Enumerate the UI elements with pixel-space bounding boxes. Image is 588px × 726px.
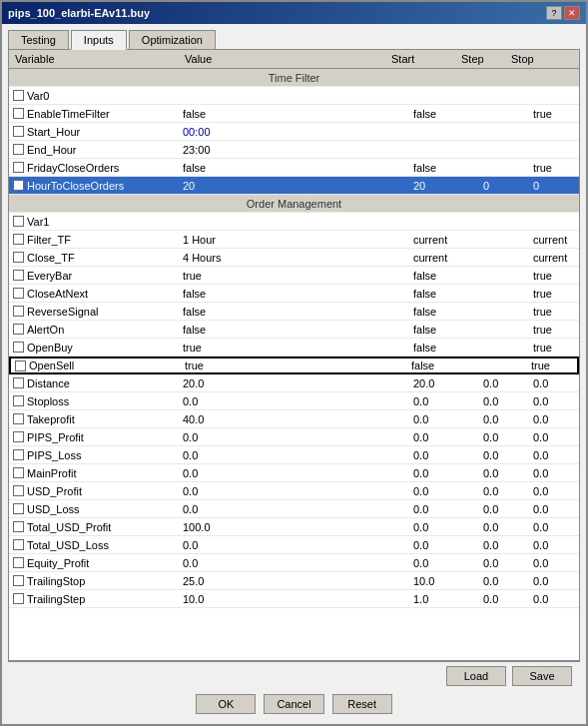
row-checkbox[interactable] (13, 395, 24, 406)
cell-value[interactable]: true (181, 359, 407, 372)
table-row[interactable]: AlertOn false false true (9, 321, 579, 339)
cell-start[interactable]: 1.0 (409, 592, 479, 606)
table-row[interactable]: OpenBuy true false true (9, 339, 579, 357)
cell-step[interactable] (479, 239, 529, 241)
row-checkbox[interactable] (13, 270, 24, 281)
table-row[interactable]: TrailingStep 10.0 1.0 0.0 0.0 (9, 590, 579, 608)
cell-step[interactable] (479, 293, 529, 295)
table-row[interactable]: Total_USD_Profit 100.0 0.0 0.0 0.0 (9, 518, 579, 536)
cell-start[interactable]: false (409, 269, 479, 283)
table-row[interactable]: MainProfit 0.0 0.0 0.0 0.0 (9, 464, 579, 482)
row-checkbox[interactable] (13, 126, 24, 137)
row-checkbox[interactable] (13, 413, 24, 424)
table-row[interactable]: Var0 (9, 87, 579, 105)
table-row[interactable]: USD_Loss 0.0 0.0 0.0 0.0 (9, 500, 579, 518)
cell-step[interactable]: 0.0 (479, 592, 529, 606)
cell-value[interactable]: 0.0 (179, 448, 409, 462)
cell-start[interactable]: 20.0 (409, 376, 479, 390)
cell-step[interactable] (479, 311, 529, 313)
cell-value[interactable]: true (179, 269, 409, 283)
row-checkbox[interactable] (13, 449, 24, 460)
cell-start[interactable]: 0.0 (409, 556, 479, 570)
cell-step[interactable]: 0.0 (479, 466, 529, 480)
cell-stop[interactable]: 0.0 (529, 538, 579, 552)
cell-stop[interactable]: 0.0 (529, 466, 579, 480)
cell-step[interactable] (479, 329, 529, 331)
cell-value[interactable]: 40.0 (179, 412, 409, 426)
row-checkbox[interactable] (13, 234, 24, 245)
table-row[interactable]: Close_TF 4 Hours current current (9, 249, 579, 267)
cell-start[interactable] (409, 221, 479, 223)
cell-value[interactable]: 23:00 (179, 143, 409, 157)
table-row[interactable]: Total_USD_Loss 0.0 0.0 0.0 0.0 (9, 536, 579, 554)
table-row[interactable]: PIPS_Profit 0.0 0.0 0.0 0.0 (9, 428, 579, 446)
cell-step[interactable]: 0.0 (479, 394, 529, 408)
cell-start[interactable] (409, 149, 479, 151)
cell-start[interactable]: 10.0 (409, 574, 479, 588)
cell-value[interactable]: 1 Hour (179, 233, 409, 247)
row-checkbox[interactable] (13, 252, 24, 263)
cell-start[interactable]: 0.0 (409, 502, 479, 516)
cell-value[interactable]: 0.0 (179, 394, 409, 408)
cell-stop[interactable]: 0.0 (529, 376, 579, 390)
cell-value[interactable]: 20 (179, 179, 409, 193)
cell-step[interactable]: 0.0 (479, 448, 529, 462)
cell-stop[interactable]: 0.0 (529, 556, 579, 570)
cell-step[interactable] (479, 257, 529, 259)
row-checkbox[interactable] (13, 162, 24, 173)
table-row[interactable]: Var1 (9, 213, 579, 231)
cell-value[interactable]: 0.0 (179, 466, 409, 480)
table-row[interactable]: Start_Hour 00:00 (9, 123, 579, 141)
cell-value[interactable]: 00:00 (179, 125, 409, 139)
cell-value[interactable]: 100.0 (179, 520, 409, 534)
cell-start[interactable]: 0.0 (409, 538, 479, 552)
cell-start[interactable]: false (409, 323, 479, 337)
cell-step[interactable] (479, 221, 529, 223)
cell-value[interactable]: 0.0 (179, 430, 409, 444)
cell-value[interactable]: 25.0 (179, 574, 409, 588)
row-checkbox[interactable] (13, 431, 24, 442)
table-row[interactable]: PIPS_Loss 0.0 0.0 0.0 0.0 (9, 446, 579, 464)
cell-start[interactable]: 0.0 (409, 394, 479, 408)
table-row[interactable]: Filter_TF 1 Hour current current (9, 231, 579, 249)
save-button[interactable]: Save (512, 666, 572, 686)
cell-stop[interactable] (529, 131, 579, 133)
cell-value[interactable]: 0.0 (179, 502, 409, 516)
ok-button[interactable]: OK (196, 694, 256, 714)
row-checkbox[interactable] (13, 377, 24, 388)
table-row[interactable]: Stoploss 0.0 0.0 0.0 0.0 (9, 392, 579, 410)
cell-value[interactable]: 0.0 (179, 538, 409, 552)
cell-start[interactable] (409, 95, 479, 97)
cell-step[interactable] (479, 149, 529, 151)
cell-value[interactable]: 0.0 (179, 484, 409, 498)
row-checkbox[interactable] (13, 575, 24, 586)
row-checkbox[interactable] (13, 342, 24, 353)
table-body[interactable]: Time Filter Var0 EnableTimeFilter false … (9, 69, 579, 660)
table-row[interactable]: ReverseSignal false false true (9, 303, 579, 321)
row-checkbox[interactable] (13, 144, 24, 155)
cell-start[interactable]: 0.0 (409, 484, 479, 498)
row-checkbox[interactable] (13, 324, 24, 335)
cell-start[interactable]: 0.0 (409, 520, 479, 534)
cell-step[interactable]: 0.0 (479, 412, 529, 426)
cell-start[interactable]: false (409, 107, 479, 121)
row-checkbox[interactable] (13, 503, 24, 514)
cell-start[interactable]: false (409, 305, 479, 319)
cell-step[interactable]: 0.0 (479, 502, 529, 516)
cell-value[interactable]: 4 Hours (179, 251, 409, 265)
cell-value[interactable]: true (179, 341, 409, 355)
cell-start[interactable] (409, 131, 479, 133)
cell-value[interactable] (179, 95, 409, 97)
cell-value[interactable]: false (179, 323, 409, 337)
tab-testing[interactable]: Testing (8, 30, 69, 50)
cell-start[interactable]: 0.0 (409, 466, 479, 480)
cell-stop[interactable]: 0.0 (529, 592, 579, 606)
cell-stop[interactable]: true (529, 323, 579, 337)
load-button[interactable]: Load (446, 666, 506, 686)
cell-stop[interactable]: 0.0 (529, 520, 579, 534)
cell-step[interactable] (479, 95, 529, 97)
reset-button[interactable]: Reset (332, 694, 392, 714)
cell-step[interactable]: 0.0 (479, 484, 529, 498)
table-row[interactable]: End_Hour 23:00 (9, 141, 579, 159)
row-checkbox[interactable] (13, 216, 24, 227)
